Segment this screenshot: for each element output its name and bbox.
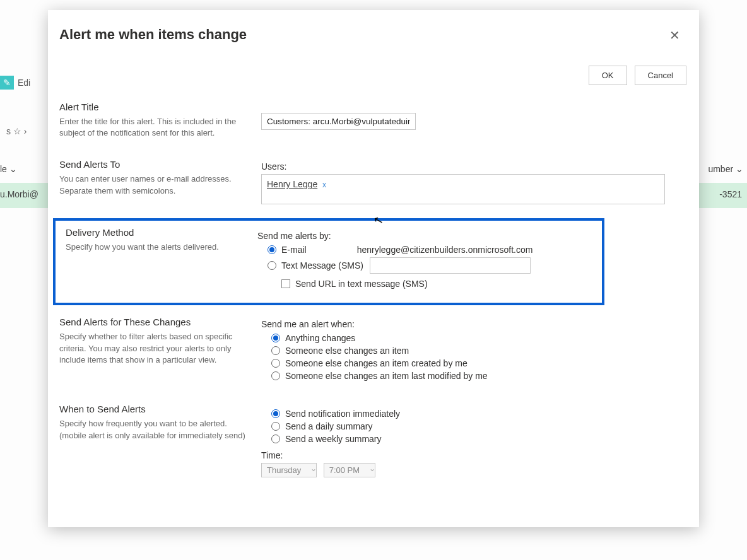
ok-button[interactable]: OK	[589, 66, 627, 85]
modal-backdrop: Alert me when items change ✕ OK Cancel A…	[0, 0, 747, 560]
user-chip-name[interactable]: Henry Legge	[267, 179, 317, 189]
alert-title-heading: Alert Title	[59, 102, 250, 112]
changes-opt4-label: Someone else changes an item last modifi…	[285, 371, 488, 381]
alert-title-desc: Enter the title for this alert. This is …	[59, 116, 250, 139]
send-url-checkbox-row[interactable]: Send URL in text message (SMS)	[281, 279, 596, 289]
send-by-label: Send me alerts by:	[257, 231, 596, 241]
section-changes: Send Alerts for These Changes Specify wh…	[59, 305, 686, 397]
user-chip-remove-icon[interactable]: x	[322, 180, 326, 189]
changes-opt1-row[interactable]: Anything changes	[271, 333, 686, 343]
users-label: Users:	[261, 161, 686, 172]
send-url-label: Send URL in text message (SMS)	[295, 279, 428, 289]
radio-changes-3[interactable]	[271, 359, 280, 368]
changes-heading: Send Alerts for These Changes	[59, 317, 250, 327]
time-label: Time:	[261, 450, 686, 460]
section-delivery-highlight: Delivery Method Specify how you want the…	[53, 218, 604, 305]
changes-label: Send me an alert when:	[261, 319, 686, 329]
radio-email-label: E-mail	[281, 245, 307, 255]
when-opt2-row[interactable]: Send a daily summary	[271, 421, 686, 431]
radio-sms[interactable]	[268, 261, 276, 270]
time-day-select[interactable]: Thursday	[261, 463, 317, 477]
radio-email[interactable]	[268, 245, 276, 254]
cancel-button[interactable]: Cancel	[635, 66, 686, 85]
radio-when-2[interactable]	[271, 422, 280, 431]
when-opt2-label: Send a daily summary	[285, 421, 373, 431]
changes-opt3-row[interactable]: Someone else changes an item created by …	[271, 358, 686, 368]
send-to-desc: You can enter user names or e-mail addre…	[59, 173, 250, 196]
users-input-box[interactable]: Henry Legge x	[261, 174, 665, 204]
modal-header: Alert me when items change ✕	[48, 10, 699, 50]
delivery-desc: Specify how you want the alerts delivere…	[66, 242, 246, 253]
when-opt3-row[interactable]: Send a weekly summary	[271, 434, 686, 444]
radio-changes-1[interactable]	[271, 334, 280, 342]
section-alert-title: Alert Title Enter the title for this ale…	[59, 95, 686, 153]
changes-opt2-row[interactable]: Someone else changes an item	[271, 346, 686, 356]
when-opt1-label: Send notification immediately	[285, 409, 400, 419]
changes-opt4-row[interactable]: Someone else changes an item last modifi…	[271, 371, 686, 381]
delivery-radio-email-row[interactable]: E-mail henrylegge@citizenbuilders.onmicr…	[268, 245, 596, 255]
when-desc: Specify how frequently you want to be al…	[59, 418, 250, 441]
changes-opt3-label: Someone else changes an item created by …	[285, 358, 468, 368]
section-when: When to Send Alerts Specify how frequent…	[59, 397, 686, 491]
alert-title-input[interactable]	[261, 113, 416, 130]
delivery-heading: Delivery Method	[66, 227, 246, 238]
radio-sms-label: Text Message (SMS)	[281, 260, 363, 271]
radio-changes-2[interactable]	[271, 346, 280, 355]
bottom-action-row: . .	[59, 516, 686, 527]
radio-when-3[interactable]	[271, 435, 280, 443]
modal-title: Alert me when items change	[59, 26, 247, 43]
send-url-checkbox[interactable]	[281, 279, 290, 288]
changes-desc: Specify whether to filter alerts based o…	[59, 331, 250, 366]
delivery-radio-sms-row[interactable]: Text Message (SMS)	[268, 257, 596, 274]
when-opt3-label: Send a weekly summary	[285, 434, 382, 444]
close-icon[interactable]: ✕	[667, 26, 683, 44]
alert-settings-modal: Alert me when items change ✕ OK Cancel A…	[48, 10, 699, 527]
radio-changes-4[interactable]	[271, 371, 280, 380]
when-heading: When to Send Alerts	[59, 404, 250, 414]
sms-number-input[interactable]	[370, 257, 531, 274]
delivery-email-value: henrylegge@citizenbuilders.onmicrosoft.c…	[357, 245, 533, 255]
top-action-row: OK Cancel	[59, 61, 686, 95]
section-send-to: Send Alerts To You can enter user names …	[59, 153, 686, 218]
radio-when-1[interactable]	[271, 409, 280, 418]
modal-body: OK Cancel Alert Title Enter the title fo…	[48, 55, 690, 527]
changes-opt2-label: Someone else changes an item	[285, 346, 409, 356]
time-hour-select[interactable]: 7:00 PM	[324, 463, 375, 477]
changes-opt1-label: Anything changes	[285, 333, 355, 343]
send-to-heading: Send Alerts To	[59, 159, 250, 170]
user-chip: Henry Legge x	[267, 179, 326, 189]
when-opt1-row[interactable]: Send notification immediately	[271, 409, 686, 419]
